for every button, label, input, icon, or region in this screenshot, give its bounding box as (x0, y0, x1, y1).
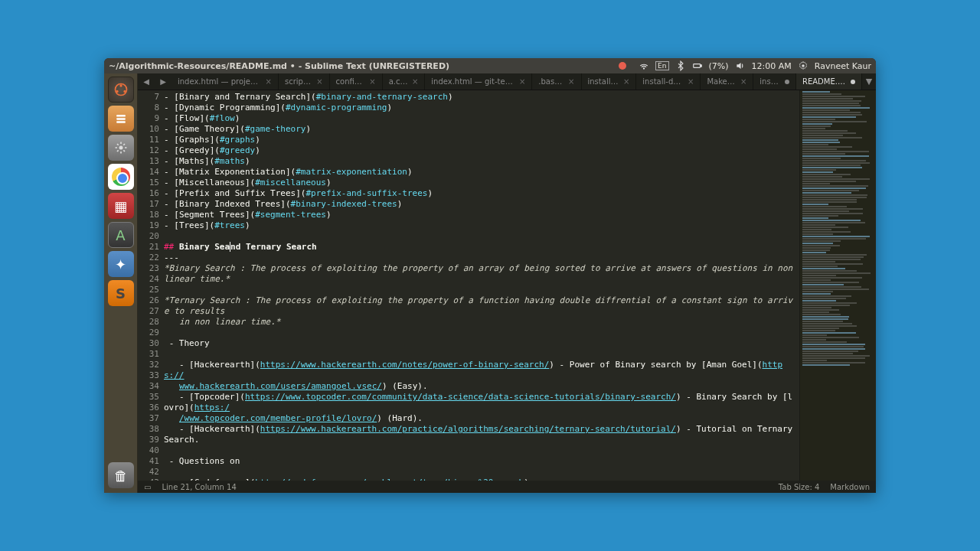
tab[interactable]: index.html — projects/ml/imagr× (172, 73, 279, 90)
launcher-blueapp-icon[interactable]: ✦ (108, 251, 134, 277)
svg-rect-10 (116, 121, 126, 123)
tab-label: index.html — git-test-project (431, 77, 515, 86)
tab-bar: ◀ ▶ index.html — projects/ml/imagr×scrip… (138, 73, 876, 90)
editor-area: 7891011121314151617181920212223242526272… (138, 90, 876, 481)
tab-label: config.js (336, 77, 366, 86)
tab-label: install.sh (588, 77, 619, 86)
tab[interactable]: install.sh× (582, 73, 637, 90)
launcher-updater-icon[interactable]: A (108, 222, 134, 248)
svg-rect-8 (116, 115, 126, 117)
tab-close-icon[interactable]: × (568, 77, 574, 86)
tab[interactable]: install-deps× (636, 73, 701, 90)
tab-close-icon[interactable]: × (369, 77, 375, 86)
tab[interactable]: README.md (796, 73, 862, 90)
tab-label: install (760, 77, 781, 86)
status-switch-icon[interactable]: ▭ (144, 483, 151, 491)
launcher-sublime-icon[interactable]: S (108, 280, 134, 306)
nav-back-icon[interactable]: ◀ (138, 73, 155, 90)
tab-overflow-icon[interactable]: ▼ (862, 73, 876, 90)
user-name[interactable]: Ravneet Kaur (815, 61, 871, 71)
tab-close-icon[interactable]: × (740, 77, 746, 86)
tab-close-icon[interactable]: × (623, 77, 629, 86)
tab-close-icon[interactable]: × (519, 77, 525, 86)
volume-icon[interactable] (735, 60, 746, 71)
svg-point-7 (123, 90, 126, 93)
tab-close-icon[interactable]: × (316, 77, 322, 86)
launcher-chrome-icon[interactable] (108, 164, 134, 190)
tab-label: index.html — projects/ml/imagr (178, 77, 262, 86)
svg-point-3 (802, 64, 805, 67)
tab-dirty-icon[interactable] (851, 80, 855, 84)
status-bar: ▭ Line 21, Column 14 Tab Size: 4 Markdow… (138, 481, 876, 493)
code-view[interactable]: - [Binary and Ternary Search](#binary-an… (164, 90, 799, 481)
launcher-redapp-icon[interactable]: ▦ (108, 193, 134, 219)
close-icon[interactable] (619, 62, 626, 70)
tab-dirty-icon[interactable] (785, 80, 789, 84)
status-syntax[interactable]: Markdown (830, 483, 870, 491)
battery-percent: (7%) (709, 61, 729, 71)
tab[interactable]: Makefile× (701, 73, 753, 90)
tab[interactable]: script.js× (279, 73, 330, 90)
launcher-trash-icon[interactable]: 🗑 (108, 462, 134, 488)
battery-icon[interactable] (692, 60, 703, 71)
status-linecol[interactable]: Line 21, Column 14 (162, 483, 236, 491)
svg-rect-2 (701, 65, 701, 67)
svg-rect-1 (693, 64, 700, 68)
svg-point-5 (119, 84, 122, 86)
tab[interactable]: index.html — git-test-project× (425, 73, 532, 90)
svg-point-6 (116, 90, 118, 93)
tab-label: script.js (285, 77, 312, 86)
tab-close-icon[interactable]: × (412, 77, 418, 86)
sublime-editor: ◀ ▶ index.html — projects/ml/imagr×scrip… (138, 73, 876, 493)
bluetooth-icon[interactable] (675, 60, 686, 71)
gear-icon[interactable] (798, 60, 808, 71)
tab-label: .bashrc (538, 77, 564, 86)
launcher-settings-icon[interactable] (108, 135, 134, 161)
tab-label: a.cpp (389, 77, 408, 86)
svg-point-11 (119, 146, 122, 150)
svg-rect-9 (116, 118, 126, 120)
tab-label: install-deps (642, 77, 684, 86)
tab-label: README.md (802, 77, 847, 86)
minimap[interactable] (799, 90, 876, 481)
launcher-dash-icon[interactable] (108, 77, 134, 103)
tab-close-icon[interactable]: × (688, 77, 694, 86)
status-tabsize[interactable]: Tab Size: 4 (779, 483, 820, 491)
nav-forward-icon[interactable]: ▶ (155, 73, 172, 90)
clock[interactable]: 12:00 AM (752, 61, 792, 71)
tab-label: Makefile (707, 77, 737, 86)
launcher-files-icon[interactable] (108, 106, 134, 132)
line-gutter: 7891011121314151617181920212223242526272… (138, 90, 164, 481)
tab-close-icon[interactable]: × (266, 77, 272, 86)
wifi-icon[interactable] (639, 60, 649, 71)
launcher: ▦ A ✦ S 🗑 (104, 73, 138, 493)
tab[interactable]: a.cpp× (383, 73, 426, 90)
titlebar[interactable]: ~/Algorithmic-Resources/README.md • - Su… (104, 58, 876, 73)
language-indicator[interactable]: En (655, 61, 668, 70)
tab[interactable]: config.js× (330, 73, 383, 90)
tab[interactable]: .bashrc× (532, 73, 581, 90)
system-menubar: En (7%) 12:00 AM Ravneet Kaur (619, 60, 871, 71)
window-title: ~/Algorithmic-Resources/README.md • - Su… (109, 61, 449, 71)
svg-point-0 (644, 68, 645, 69)
tab[interactable]: install (753, 73, 796, 90)
